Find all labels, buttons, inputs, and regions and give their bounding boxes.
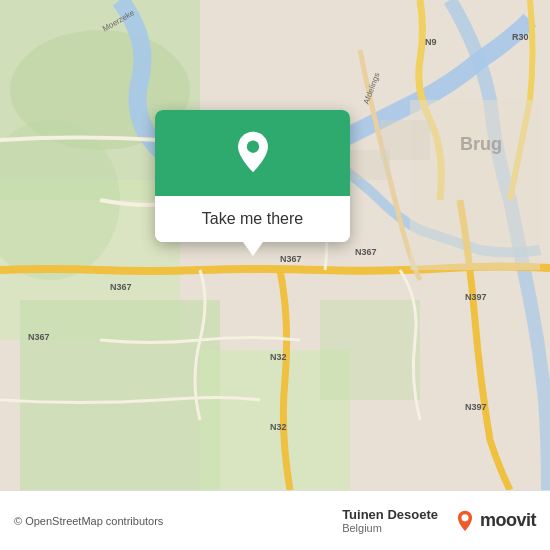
svg-rect-5 — [320, 300, 420, 400]
footer-info: Tuinen Desoete Belgium moovit — [342, 507, 536, 534]
svg-text:N397: N397 — [465, 402, 487, 412]
svg-text:R30: R30 — [512, 32, 529, 42]
svg-text:N367: N367 — [28, 332, 50, 342]
take-me-there-button[interactable]: Take me there — [155, 196, 350, 242]
location-info: Tuinen Desoete Belgium — [342, 507, 438, 534]
popup-card: Take me there — [155, 110, 350, 242]
moovit-brand-text: moovit — [480, 510, 536, 531]
svg-text:N397: N397 — [465, 292, 487, 302]
moovit-pin-icon — [454, 510, 476, 532]
svg-point-24 — [246, 141, 258, 153]
map-background: N9 R30 N367 N367 N367 N367 N32 N32 N397 … — [0, 0, 550, 490]
svg-text:N9: N9 — [425, 37, 437, 47]
map-container[interactable]: N9 R30 N367 N367 N367 N367 N32 N32 N397 … — [0, 0, 550, 490]
location-pin-icon — [231, 130, 275, 174]
location-country: Belgium — [342, 522, 438, 534]
svg-text:N32: N32 — [270, 422, 287, 432]
location-name: Tuinen Desoete — [342, 507, 438, 522]
popup-header — [155, 110, 350, 196]
svg-rect-23 — [350, 150, 390, 180]
svg-text:N367: N367 — [110, 282, 132, 292]
svg-point-25 — [461, 514, 468, 521]
footer-bar: © OpenStreetMap contributors Tuinen Deso… — [0, 490, 550, 550]
svg-text:N367: N367 — [355, 247, 377, 257]
svg-text:N367: N367 — [280, 254, 302, 264]
moovit-logo: moovit — [454, 510, 536, 532]
popup-tail — [243, 242, 263, 256]
map-attribution: © OpenStreetMap contributors — [14, 515, 163, 527]
svg-text:N32: N32 — [270, 352, 287, 362]
svg-rect-3 — [20, 300, 220, 490]
